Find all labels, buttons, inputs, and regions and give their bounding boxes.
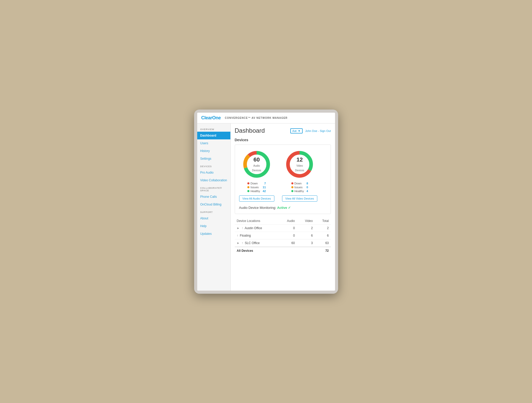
sidebar-item-video-collab[interactable]: Video Collaboration [197,176,230,184]
all-devices-row: All Devices 72 [235,247,331,254]
video-healthy-count: 4 [306,190,308,193]
devices-section-label: DEVICES [197,163,230,169]
accessibility-button[interactable]: Aæ ▼ [290,128,303,133]
audio-cell: 0 [279,232,297,239]
healthy-label: Healthy [250,190,260,193]
sidebar-item-about[interactable]: About [197,214,230,222]
page-title-row: Dashboard Aæ ▼ John Doe - Sign Out [235,127,331,135]
issues-label-v: Issues [294,186,304,189]
donut-row: 60 Audio Devices Down 7 [239,149,327,202]
app-logo: ClearOne [201,115,221,121]
monitoring-status: Active ✓ [277,206,291,210]
app-body: OVERVIEW Dashboard Users History Setting… [197,123,335,291]
video-legend: Down 8 Issues 0 Health [291,182,308,193]
col-locations: Device Locations [235,218,279,225]
overview-section-label: OVERVIEW [197,126,230,132]
all-devices-total: 72 [315,247,331,254]
tablet-screen: ClearOne CONVERGENCE™ AV NETWORK MANAGER… [197,113,335,291]
sidebar-item-settings[interactable]: Settings [197,155,230,163]
video-donut-chart: 12 Video Devices [284,149,315,180]
app-header: ClearOne CONVERGENCE™ AV NETWORK MANAGER [197,113,335,123]
audio-down-count: 7 [264,182,266,185]
table-row: ↑ Floating 0 6 6 [235,232,331,239]
col-total: Total [315,218,331,225]
location-name: ► ↑ Austin Office [235,224,279,232]
audio-cell: 0 [279,224,297,232]
sidebar-item-help[interactable]: Help [197,222,230,230]
audio-donut-chart: 60 Audio Devices [241,149,272,180]
video-cell[interactable]: 6 [297,232,315,239]
view-all-video-button[interactable]: View All Video Devices [282,195,318,202]
table-header-row: Device Locations Audio Video Total [235,218,331,225]
expand-icon[interactable]: ► [237,241,240,245]
expand-icon[interactable]: ► [237,226,240,230]
audio-donut-center: 60 Audio Devices [249,156,264,172]
total-cell: 2 [315,224,331,232]
sidebar-item-updates[interactable]: Updates [197,230,230,238]
dropdown-arrow-icon: ▼ [298,129,301,132]
healthy-dot [247,190,249,192]
healthy-label-v: Healthy [294,190,304,193]
devices-panel: 60 Audio Devices Down 7 [235,145,331,214]
audio-healthy-count: 42 [263,190,266,193]
video-cell[interactable]: 2 [297,224,315,232]
sidebar-item-oncloud[interactable]: OnCloud Billing [197,201,230,208]
all-devices-label: All Devices [235,247,315,254]
down-dot [247,182,249,184]
issues-label: Issues [250,186,260,189]
audio-label: Audio Devices [252,164,261,172]
total-cell: 6 [315,232,331,239]
video-healthy-legend: Healthy 4 [291,190,308,193]
table-row: ► ↑ Austin Office 0 2 2 [235,224,331,232]
table-row: ► ↑ SLC Office 60 3 63 [235,239,331,247]
video-cell[interactable]: 3 [297,239,315,247]
collaborate-section-label: COLLABORATE® SPACE [197,184,230,193]
sidebar-item-pro-audio[interactable]: Pro Audio [197,169,230,176]
healthy-dot-v [291,190,293,192]
devices-section-title: Devices [235,138,331,142]
location-icon: ↑ [242,226,243,230]
total-cell: 63 [315,239,331,247]
tablet-frame: ClearOne CONVERGENCE™ AV NETWORK MANAGER… [194,110,338,294]
sidebar-item-dashboard[interactable]: Dashboard [197,132,230,139]
monitoring-label: Audio Device Monitoring: [239,206,276,210]
location-icon: ↑ [242,241,243,245]
sidebar-item-history[interactable]: History [197,147,230,155]
audio-issues-count: 11 [263,186,266,189]
audio-healthy-legend: Healthy 42 [247,190,266,193]
main-content: Dashboard Aæ ▼ John Doe - Sign Out Devic… [231,123,335,291]
sidebar-item-users[interactable]: Users [197,139,230,147]
sidebar: OVERVIEW Dashboard Users History Setting… [197,123,231,291]
video-donut-container: 12 Video Devices Down 8 [282,149,318,202]
col-video: Video [297,218,315,225]
video-down-count: 8 [306,182,308,185]
audio-count: 60 [249,156,264,163]
video-label: Video Devices [295,164,304,172]
location-name: ► ↑ SLC Office [235,239,279,247]
location-name: ↑ Floating [235,232,279,239]
video-count: 12 [292,156,307,163]
audio-donut-container: 60 Audio Devices Down 7 [239,149,274,202]
video-issues-count: 0 [306,186,308,189]
down-label-v: Down [294,182,304,185]
video-down-legend: Down 8 [291,182,308,185]
sidebar-item-phone-calls[interactable]: Phone Calls [197,193,230,201]
monitoring-row: Audio Device Monitoring: Active ✓ [239,206,327,210]
issues-dot [247,186,249,188]
col-audio: Audio [279,218,297,225]
video-donut-center: 12 Video Devices [292,156,307,172]
view-all-audio-button[interactable]: View All Audio Devices [239,195,274,202]
app-title: CONVERGENCE™ AV NETWORK MANAGER [225,117,288,119]
accessibility-icon: Aæ [292,129,297,132]
audio-down-legend: Down 7 [247,182,266,185]
page-title: Dashboard [235,127,265,134]
locations-table: Device Locations Audio Video Total ► ↑ A… [235,218,331,254]
support-section-label: SUPPORT [197,208,230,214]
audio-cell[interactable]: 60 [279,239,297,247]
location-icon: ↑ [237,234,238,237]
user-signout-link[interactable]: John Doe - Sign Out [305,129,331,132]
down-dot-v [291,182,293,184]
issues-dot-v [291,186,293,188]
video-issues-legend: Issues 0 [291,186,308,189]
audio-legend: Down 7 Issues 11 Healt [247,182,266,193]
